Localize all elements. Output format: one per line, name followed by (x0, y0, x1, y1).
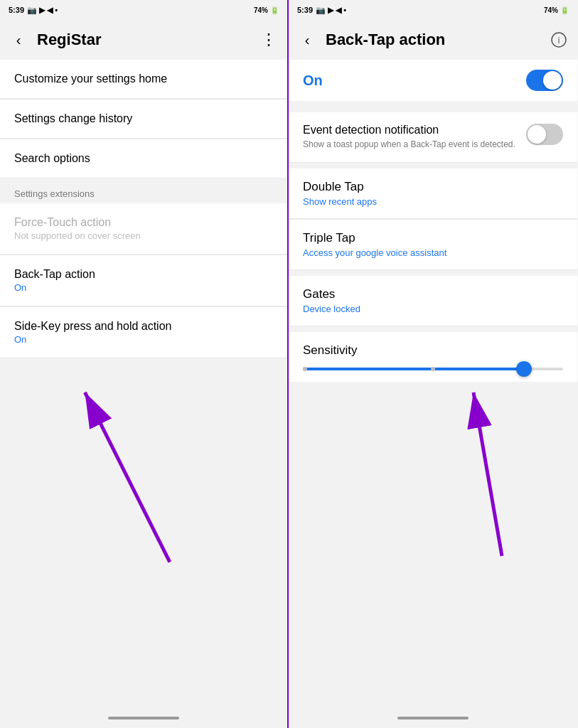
menu-item-force-touch: Force-Touch action Not supported on cove… (0, 203, 287, 255)
menu-item-side-key[interactable]: Side-Key press and hold action On (0, 307, 287, 358)
status-left-right: 5:39 📷 ▶ ◀ • (297, 6, 346, 15)
slider-tick-50 (431, 367, 435, 371)
event-toggle-knob (528, 125, 546, 144)
double-tap-title: Double Tap (303, 180, 563, 194)
double-tap-subtitle: Show recent apps (303, 196, 563, 207)
event-notification-row[interactable]: Event detection notification Show a toas… (289, 112, 577, 163)
notification-icons-left: 📷 ▶ ◀ • (27, 6, 58, 15)
battery-icon-right: 🔋 (560, 6, 569, 14)
info-button-right[interactable]: i (546, 27, 572, 53)
event-notification-desc: Show a toast popup when a Back-Tap event… (303, 139, 519, 151)
menu-item-customize[interactable]: Customize your settings home (0, 60, 287, 99)
menu-item-search[interactable]: Search options (0, 139, 287, 178)
sensitivity-title: Sensitivity (303, 343, 563, 358)
triple-tap-row[interactable]: Triple Tap Access your google voice assi… (289, 220, 577, 270)
menu-item-back-tap[interactable]: Back-Tap action On (0, 255, 287, 306)
gates-row[interactable]: Gates Device locked (289, 276, 577, 326)
bottom-bar-right (289, 708, 577, 728)
toggle-knob (543, 71, 562, 90)
time-left: 5:39 (9, 6, 24, 14)
right-panel: 5:39 📷 ▶ ◀ • 74% 🔋 ‹ Back-Tap action i O… (289, 0, 577, 728)
double-tap-row[interactable]: Double Tap Show recent apps (289, 168, 577, 219)
info-icon: i (551, 32, 567, 48)
slider-thumb[interactable] (516, 361, 532, 377)
menu-button-left[interactable]: ⋮ (256, 27, 282, 53)
event-toggle[interactable] (526, 124, 563, 145)
back-button-left[interactable]: ‹ (6, 27, 31, 53)
main-toggle[interactable] (526, 70, 563, 91)
home-pill-right (397, 717, 469, 719)
status-right-right: 74% 🔋 (544, 6, 569, 14)
battery-right: 74% (544, 6, 558, 14)
gates-subtitle: Device locked (303, 304, 563, 314)
top-bar-left: ‹ RegiStar ⋮ (0, 20, 287, 60)
home-pill-left (108, 717, 179, 719)
status-right-left: 74% 🔋 (254, 6, 279, 14)
page-title-left: RegiStar (37, 31, 250, 49)
left-content: Customize your settings home Settings ch… (0, 60, 287, 708)
svg-text:i: i (558, 36, 560, 46)
battery-icon-left: 🔋 (270, 6, 279, 14)
top-bar-right: ‹ Back-Tap action i (289, 20, 577, 60)
left-panel: 5:39 📷 ▶ ◀ • 74% 🔋 ‹ RegiStar ⋮ Customiz… (0, 0, 289, 728)
triple-tap-subtitle: Access your google voice assistant (303, 247, 563, 258)
status-bar-right: 5:39 📷 ▶ ◀ • 74% 🔋 (289, 0, 577, 20)
section-header-extensions: Settings extensions (0, 178, 287, 203)
slider-fill (303, 368, 524, 370)
toggle-row[interactable]: On (289, 60, 577, 101)
status-bar-left: 5:39 📷 ▶ ◀ • 74% 🔋 (0, 0, 287, 20)
triple-tap-title: Triple Tap (303, 231, 563, 245)
slider-track[interactable] (303, 368, 563, 370)
battery-left: 74% (254, 6, 268, 14)
right-content: On Event detection notification Show a t… (289, 60, 577, 708)
back-button-right[interactable]: ‹ (294, 27, 320, 53)
toggle-label: On (303, 73, 323, 89)
status-left: 5:39 📷 ▶ ◀ • (9, 6, 58, 15)
page-title-right: Back-Tap action (326, 31, 540, 49)
notification-icons-right: 📷 ▶ ◀ • (316, 6, 346, 15)
menu-item-history[interactable]: Settings change history (0, 100, 287, 139)
event-notification-title: Event detection notification (303, 124, 519, 136)
slider-tick-0 (303, 367, 307, 371)
bottom-bar-left (0, 708, 287, 728)
gates-title: Gates (303, 287, 563, 301)
time-right: 5:39 (297, 6, 313, 14)
sensitivity-row: Sensitivity (289, 332, 577, 382)
